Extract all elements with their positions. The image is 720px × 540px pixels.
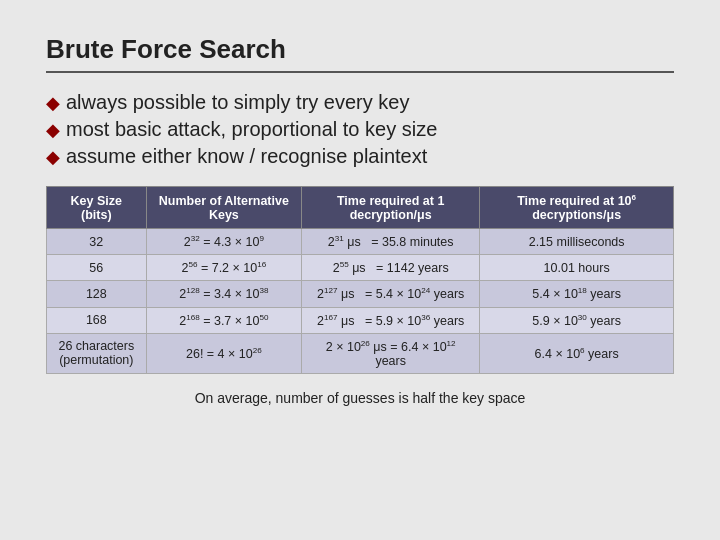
- bullet-text-1: always possible to simply try every key: [66, 91, 409, 114]
- cell-time106-26: 6.4 × 106 years: [480, 333, 674, 373]
- data-table: Key Size (bits) Number of Alternative Ke…: [46, 186, 674, 374]
- cell-time106-168: 5.9 × 1030 years: [480, 307, 674, 333]
- cell-key-size-56: 56: [47, 255, 147, 281]
- cell-time1-168: 2167 μs = 5.9 × 1036 years: [302, 307, 480, 333]
- cell-time1-32: 231 μs = 35.8 minutes: [302, 229, 480, 255]
- col-header-time1: Time required at 1 decryption/μs: [302, 187, 480, 229]
- cell-time106-32: 2.15 milliseconds: [480, 229, 674, 255]
- footer-note: On average, number of guesses is half th…: [46, 390, 674, 406]
- cell-key-size-168: 168: [47, 307, 147, 333]
- bullet-text-3: assume either know / recognise plaintext: [66, 145, 427, 168]
- cell-time106-56: 10.01 hours: [480, 255, 674, 281]
- cell-alt-keys-32: 232 = 4.3 × 109: [146, 229, 301, 255]
- col-header-time106: Time required at 106 decryptions/μs: [480, 187, 674, 229]
- cell-key-size-32: 32: [47, 229, 147, 255]
- bullet-icon-2: ◆: [46, 119, 60, 141]
- cell-key-size-26: 26 characters(permutation): [47, 333, 147, 373]
- cell-key-size-128: 128: [47, 281, 147, 307]
- col-header-alt-keys: Number of Alternative Keys: [146, 187, 301, 229]
- bullet-3: ◆ assume either know / recognise plainte…: [46, 145, 674, 168]
- table-row: 26 characters(permutation) 26! = 4 × 102…: [47, 333, 674, 373]
- table-row: 168 2168 = 3.7 × 1050 2167 μs = 5.9 × 10…: [47, 307, 674, 333]
- cell-alt-keys-128: 2128 = 3.4 × 1038: [146, 281, 301, 307]
- bullet-1: ◆ always possible to simply try every ke…: [46, 91, 674, 114]
- cell-time1-128: 2127 μs = 5.4 × 1024 years: [302, 281, 480, 307]
- table-row: 32 232 = 4.3 × 109 231 μs = 35.8 minutes…: [47, 229, 674, 255]
- col-header-key-size: Key Size (bits): [47, 187, 147, 229]
- slide-title: Brute Force Search: [46, 34, 674, 73]
- cell-alt-keys-26: 26! = 4 × 1026: [146, 333, 301, 373]
- slide: Brute Force Search ◆ always possible to …: [10, 10, 710, 530]
- table-row: 56 256 = 7.2 × 1016 255 μs = 1142 years …: [47, 255, 674, 281]
- cell-alt-keys-168: 2168 = 3.7 × 1050: [146, 307, 301, 333]
- cell-time1-56: 255 μs = 1142 years: [302, 255, 480, 281]
- bullet-icon-3: ◆: [46, 146, 60, 168]
- table-header-row: Key Size (bits) Number of Alternative Ke…: [47, 187, 674, 229]
- cell-alt-keys-56: 256 = 7.2 × 1016: [146, 255, 301, 281]
- bullet-2: ◆ most basic attack, proportional to key…: [46, 118, 674, 141]
- bullet-icon-1: ◆: [46, 92, 60, 114]
- cell-time1-26: 2 × 1026 μs = 6.4 × 1012 years: [302, 333, 480, 373]
- bullet-list: ◆ always possible to simply try every ke…: [46, 91, 674, 168]
- cell-time106-128: 5.4 × 1018 years: [480, 281, 674, 307]
- table-row: 128 2128 = 3.4 × 1038 2127 μs = 5.4 × 10…: [47, 281, 674, 307]
- bullet-text-2: most basic attack, proportional to key s…: [66, 118, 437, 141]
